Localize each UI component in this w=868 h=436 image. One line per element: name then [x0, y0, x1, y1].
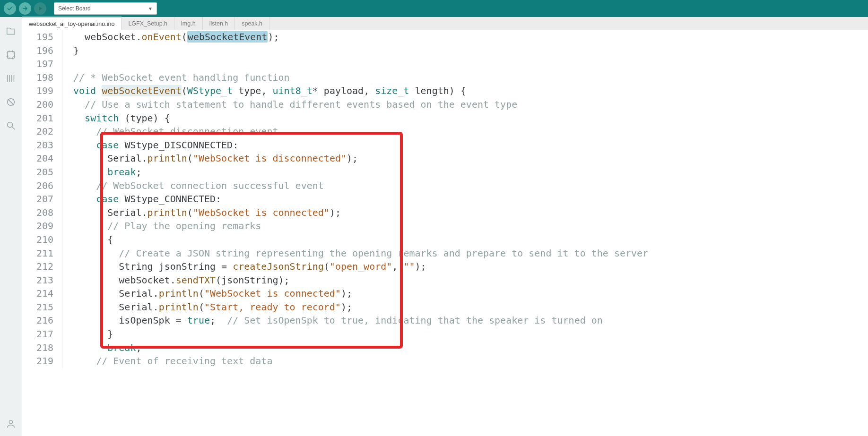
- fold-gutter: [60, 179, 68, 193]
- line-number: 213: [22, 274, 60, 287]
- code-line: 206 // WebSocket connection successful e…: [22, 179, 868, 193]
- code-line: 213 webSocket.sendTXT(jsonString);: [22, 274, 868, 287]
- line-number: 207: [22, 192, 60, 206]
- debug-panel-icon[interactable]: [5, 96, 17, 108]
- board-selector-label: Select Board: [58, 5, 91, 12]
- board-manager-icon[interactable]: [5, 49, 17, 60]
- fold-gutter: [60, 300, 68, 314]
- code-text: // * WebSocket event handling function: [68, 71, 290, 85]
- board-selector[interactable]: Select Board ▼: [54, 2, 157, 15]
- fold-gutter: [60, 165, 68, 179]
- tab-1[interactable]: LGFX_Setup.h: [122, 17, 174, 30]
- fold-gutter: [60, 274, 68, 287]
- fold-gutter: [60, 287, 68, 300]
- line-number: 195: [22, 30, 60, 44]
- fold-gutter: [60, 71, 68, 85]
- verify-button[interactable]: [4, 2, 16, 15]
- line-number: 196: [22, 44, 60, 58]
- code-line: 214 Serial.println("WebSocket is connect…: [22, 287, 868, 300]
- tabbar: websocket_ai_toy-openai.ino.inoLGFX_Setu…: [22, 17, 868, 30]
- line-number: 198: [22, 71, 60, 85]
- fold-gutter: [60, 44, 68, 58]
- fold-gutter: [60, 327, 68, 341]
- code-line: 200 // Use a switch statement to handle …: [22, 98, 868, 111]
- tab-3[interactable]: listen.h: [203, 17, 235, 30]
- fold-gutter: [60, 354, 68, 368]
- check-icon: [7, 5, 13, 12]
- library-manager-icon[interactable]: [5, 73, 17, 84]
- fold-gutter: [60, 30, 68, 44]
- code-text: switch (type) {: [68, 111, 170, 125]
- code-text: break;: [68, 341, 142, 355]
- code-text: [68, 57, 79, 71]
- debug-button[interactable]: [34, 2, 46, 15]
- fold-gutter: [60, 57, 68, 71]
- code-line: 197: [22, 57, 868, 71]
- line-number: 206: [22, 179, 60, 193]
- code-line: 205 break;: [22, 165, 868, 179]
- code-line: 217 }: [22, 327, 868, 341]
- line-number: 204: [22, 152, 60, 165]
- line-number: 214: [22, 287, 60, 300]
- upload-button[interactable]: [19, 2, 31, 15]
- toolbar: Select Board ▼: [0, 0, 868, 17]
- arrow-right-icon: [22, 5, 28, 12]
- fold-gutter: [60, 98, 68, 111]
- fold-gutter: [60, 247, 68, 260]
- code-text: }: [68, 327, 113, 341]
- line-number: 219: [22, 354, 60, 368]
- code-text: // Event of receiving text data: [68, 354, 272, 368]
- line-number: 218: [22, 341, 60, 355]
- code-text: webSocket.sendTXT(jsonString);: [68, 274, 290, 287]
- tab-4[interactable]: speak.h: [235, 17, 269, 30]
- line-number: 199: [22, 84, 60, 98]
- svg-rect-0: [8, 51, 15, 59]
- code-text: // WebSocket connection successful event: [68, 179, 324, 193]
- code-editor[interactable]: 195 webSocket.onEvent(webSocketEvent);19…: [22, 30, 868, 436]
- fold-gutter: [60, 219, 68, 233]
- search-icon[interactable]: [5, 120, 17, 131]
- line-number: 197: [22, 57, 60, 71]
- line-number: 209: [22, 219, 60, 233]
- account-icon[interactable]: [5, 418, 17, 429]
- fold-gutter: [60, 84, 68, 98]
- line-number: 216: [22, 314, 60, 327]
- code-line: 208 Serial.println("WebSocket is connect…: [22, 206, 868, 220]
- fold-gutter: [60, 341, 68, 355]
- code-text: // Use a switch statement to handle diff…: [68, 98, 517, 111]
- code-line: 211 // Create a JSON string representing…: [22, 247, 868, 260]
- code-text: // WebSocket disconnection event: [68, 125, 278, 138]
- code-line: 203 case WStype_DISCONNECTED:: [22, 138, 868, 152]
- code-text: break;: [68, 165, 142, 179]
- fold-gutter: [60, 260, 68, 274]
- line-number: 200: [22, 98, 60, 111]
- code-line: 195 webSocket.onEvent(webSocketEvent);: [22, 30, 868, 44]
- fold-gutter: [60, 111, 68, 125]
- code-text: // Play the opening remarks: [68, 219, 261, 233]
- code-line: 212 String jsonString = createJsonString…: [22, 260, 868, 274]
- line-number: 212: [22, 260, 60, 274]
- code-line: 210 {: [22, 233, 868, 247]
- sketchbook-icon[interactable]: [5, 26, 17, 37]
- code-text: case WStype_DISCONNECTED:: [68, 138, 238, 152]
- code-line: 202 // WebSocket disconnection event: [22, 125, 868, 138]
- svg-point-3: [9, 420, 12, 424]
- editor-area: websocket_ai_toy-openai.ino.inoLGFX_Setu…: [22, 17, 868, 436]
- line-number: 215: [22, 300, 60, 314]
- code-line: 207 case WStype_CONNECTED:: [22, 192, 868, 206]
- tab-0[interactable]: websocket_ai_toy-openai.ino.ino: [22, 17, 122, 30]
- play-debug-icon: [37, 5, 43, 12]
- sidebar: [0, 17, 22, 436]
- line-number: 205: [22, 165, 60, 179]
- code-text: Serial.println("Start, ready to record")…: [68, 300, 352, 314]
- code-text: case WStype_CONNECTED:: [68, 192, 221, 206]
- fold-gutter: [60, 192, 68, 206]
- code-text: }: [68, 44, 79, 58]
- code-text: Serial.println("WebSocket is disconnecte…: [68, 152, 358, 165]
- line-number: 211: [22, 247, 60, 260]
- tab-2[interactable]: img.h: [174, 17, 203, 30]
- chevron-down-icon: ▼: [148, 6, 153, 11]
- code-line: 219 // Event of receiving text data: [22, 354, 868, 368]
- line-number: 202: [22, 125, 60, 138]
- code-line: 204 Serial.println("WebSocket is disconn…: [22, 152, 868, 165]
